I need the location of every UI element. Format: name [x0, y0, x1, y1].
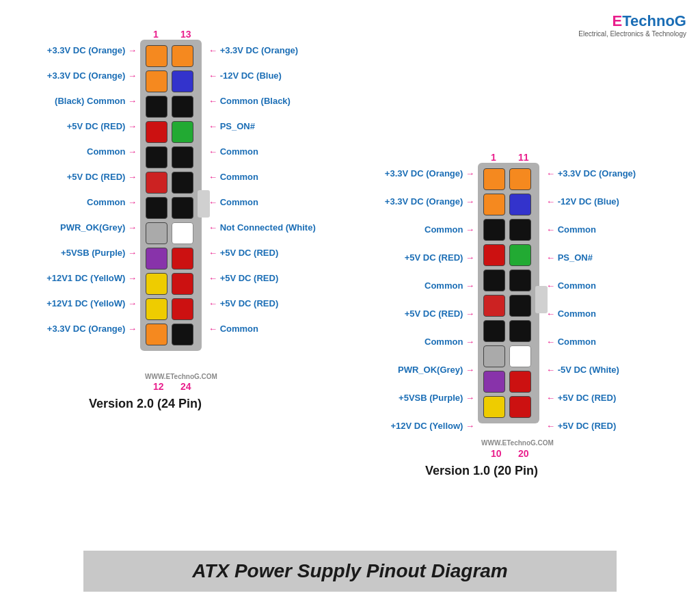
left-label: +5V DC (RED): [405, 252, 474, 263]
right-label: Common: [546, 337, 596, 347]
v24-col1: [146, 45, 167, 345]
pin: [172, 70, 193, 92]
pin: [172, 298, 193, 320]
right-label: Common: [208, 172, 258, 182]
pin: [483, 219, 505, 241]
bottom-title-box: ATX Power Supply Pinout Diagram: [83, 551, 617, 592]
pin: [509, 194, 531, 215]
pin: [172, 172, 193, 194]
v24-col1-top-num: 1: [153, 29, 159, 40]
left-label: +12V1 DC (YelloW): [46, 273, 137, 283]
right-label: +3.3V DC (Orange): [546, 168, 636, 179]
v20-version-label: Version 1.0 (20 Pin): [425, 464, 538, 478]
pin: [172, 121, 193, 143]
v20-col1: [483, 168, 505, 418]
right-label: Common (Black): [208, 96, 291, 106]
left-label: (Black) Common: [55, 96, 137, 106]
right-label: -12V DC (Blue): [546, 196, 619, 207]
v20-connector: [478, 163, 539, 423]
pin: [483, 295, 505, 317]
pin: [146, 222, 167, 244]
pin: [509, 345, 531, 367]
left-label: +5V DC (RED): [67, 121, 137, 131]
pin: [146, 298, 167, 320]
v20-col2-top-num: 11: [518, 152, 529, 163]
pin: [483, 345, 505, 367]
pin: [509, 270, 531, 291]
left-label: +5VSB (Purple): [399, 393, 474, 403]
right-label: -12V DC (Blue): [208, 70, 282, 81]
pin: [509, 219, 531, 241]
left-label: +3.3V DC (Orange): [385, 168, 474, 179]
right-label: +5V DC (RED): [208, 273, 278, 283]
pin: [172, 96, 193, 118]
right-label: Not Connected (White): [208, 222, 316, 233]
v24-col2-top-num: 13: [180, 29, 191, 40]
right-label: +5V DC (RED): [208, 248, 278, 258]
pin: [146, 146, 167, 168]
pin: [146, 197, 167, 219]
pin: [146, 96, 167, 118]
left-label: +5V DC (RED): [405, 308, 474, 319]
left-label: Common: [87, 146, 137, 157]
right-label: +5V DC (RED): [208, 298, 278, 308]
pin: [172, 248, 193, 270]
left-label: +12V1 DC (YelloW): [46, 298, 137, 308]
left-label: Common: [87, 197, 137, 207]
pin: [483, 270, 505, 291]
bottom-title-text: ATX Power Supply Pinout Diagram: [192, 560, 508, 581]
left-label: PWR_OK(Grey): [398, 365, 474, 375]
logo: ETechnoG Electrical, Electronics & Techn…: [578, 12, 686, 38]
left-label: +3.3V DC (Orange): [385, 196, 474, 207]
pin: [483, 371, 505, 393]
logo-technog: TechnoG: [622, 12, 686, 29]
pin: [509, 168, 531, 190]
v24-col2-bot-num: 24: [180, 381, 191, 392]
v24-version-label: Version 2.0 (24 Pin): [89, 397, 202, 411]
logo-subtitle: Electrical, Electronics & Technology: [578, 30, 686, 38]
right-label: +5V DC (RED): [546, 421, 616, 431]
v24-col2: [172, 45, 193, 345]
left-label: Common: [425, 337, 474, 347]
v20-col2: [509, 168, 531, 418]
right-label: +3.3V DC (Orange): [208, 45, 298, 55]
pin: [172, 222, 193, 244]
pin: [483, 320, 505, 342]
v24-watermark: WWW.ETechnoG.COM: [145, 373, 217, 380]
right-label: PS_ON#: [208, 121, 255, 131]
left-label: +3.3V DC (Orange): [47, 70, 137, 81]
right-label: Common: [546, 308, 596, 319]
pin: [146, 273, 167, 295]
pin: [509, 396, 531, 418]
right-label: Common: [208, 324, 258, 334]
v24-col1-bot-num: 12: [153, 381, 164, 392]
right-label: Common: [546, 224, 596, 235]
pin: [172, 324, 193, 345]
v20-col1-bot-num: 10: [491, 448, 502, 459]
left-label: +3.3V DC (Orange): [47, 324, 137, 334]
pin: [172, 146, 193, 168]
right-label: PS_ON#: [546, 252, 593, 263]
pin: [146, 172, 167, 194]
left-label: +5V DC (RED): [67, 172, 137, 182]
left-label: +12V DC (Yellow): [391, 421, 474, 431]
pin: [483, 244, 505, 266]
pin: [509, 371, 531, 393]
left-label: +3.3V DC (Orange): [47, 45, 137, 55]
pin: [483, 396, 505, 418]
v20-col1-top-num: 1: [491, 152, 496, 163]
pin: [146, 70, 167, 92]
pin: [146, 324, 167, 345]
right-label: Common: [208, 197, 258, 207]
pin: [172, 197, 193, 219]
pin: [509, 244, 531, 266]
right-label: Common: [546, 280, 596, 291]
pin: [146, 248, 167, 270]
left-label: Common: [425, 280, 474, 291]
v24-connector: [140, 40, 202, 351]
pin: [172, 45, 193, 67]
pin: [509, 295, 531, 317]
v20-col2-bot-num: 20: [518, 448, 529, 459]
pin: [172, 273, 193, 295]
pin: [483, 194, 505, 215]
